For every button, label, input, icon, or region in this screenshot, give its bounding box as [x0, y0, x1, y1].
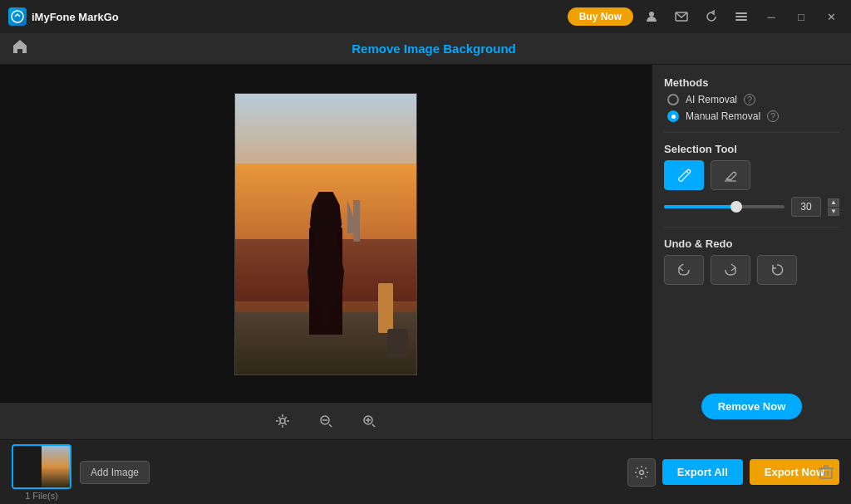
export-all-button[interactable]: Export All [662, 459, 743, 485]
canvas-area [0, 65, 652, 439]
account-icon-button[interactable] [640, 5, 663, 28]
brush-size-row: 30 ▲ ▼ [664, 197, 839, 217]
svg-line-9 [329, 424, 332, 427]
remove-now-button[interactable]: Remove Now [701, 394, 803, 419]
svg-point-0 [12, 11, 23, 22]
undo-redo-section: Undo & Redo [664, 237, 839, 285]
undo-redo-title: Undo & Redo [664, 237, 839, 250]
image-thumbnail[interactable] [12, 444, 71, 489]
brush-size-down[interactable]: ▼ [828, 208, 839, 216]
svg-point-1 [649, 12, 654, 17]
brush-size-spinner: ▲ ▼ [828, 198, 839, 216]
divider-2 [664, 227, 839, 228]
main-content: Methods AI Removal ? Manual Removal ? Se… [0, 65, 851, 439]
methods-section: Methods AI Removal ? Manual Removal ? [664, 76, 839, 122]
brush-size-slider[interactable] [664, 205, 785, 208]
undo-redo-buttons [664, 255, 839, 285]
settings-button[interactable] [627, 458, 656, 487]
ai-removal-help-icon[interactable]: ? [744, 94, 755, 105]
slider-thumb[interactable] [730, 201, 742, 213]
app-title: iMyFone MarkGo [32, 11, 119, 23]
canvas-viewport[interactable] [0, 65, 652, 403]
zoom-in-button[interactable] [356, 408, 382, 434]
canvas-image [235, 94, 416, 374]
brush-tool-button[interactable] [664, 160, 704, 190]
titlebar: iMyFone MarkGo Buy Now ─ □ ✕ [0, 0, 851, 33]
close-button[interactable]: ✕ [819, 5, 843, 28]
ai-removal-radio[interactable] [667, 94, 679, 105]
menu-icon-button[interactable] [730, 5, 753, 28]
brush-size-value[interactable]: 30 [791, 197, 821, 217]
file-count-label: 1 File(s) [25, 491, 58, 501]
undo-button[interactable] [664, 255, 704, 285]
selection-tool-section: Selection Tool 30 ▲ ▼ [664, 143, 839, 217]
redo-button[interactable] [711, 255, 750, 285]
ai-removal-label: AI Removal [686, 94, 737, 105]
selection-tool-title: Selection Tool [664, 143, 839, 155]
divider-1 [664, 132, 839, 133]
eraser-tool-button[interactable] [711, 160, 750, 190]
manual-removal-option[interactable]: Manual Removal ? [667, 110, 839, 122]
minimize-button[interactable]: ─ [760, 5, 783, 28]
canvas-image-container[interactable] [234, 93, 417, 375]
svg-rect-4 [735, 16, 747, 17]
subheader: Remove Image Background [0, 33, 851, 65]
trash-container [813, 439, 839, 504]
logo-icon [8, 7, 27, 26]
manual-removal-help-icon[interactable]: ? [767, 110, 779, 122]
manual-removal-radio[interactable] [667, 110, 679, 122]
bottom-right-actions: Export All Export Now [627, 458, 839, 487]
right-panel: Methods AI Removal ? Manual Removal ? Se… [652, 65, 851, 439]
zoom-out-button[interactable] [312, 408, 339, 434]
thumbnail-right [42, 446, 70, 487]
brush-size-up[interactable]: ▲ [828, 198, 839, 207]
add-image-button[interactable]: Add Image [80, 461, 150, 484]
slider-fill [664, 205, 736, 208]
svg-line-13 [372, 424, 375, 427]
thumbnail-wrapper: 1 File(s) [12, 444, 71, 501]
methods-radio-group: AI Removal ? Manual Removal ? [667, 94, 839, 122]
delete-files-button[interactable] [813, 458, 839, 485]
canvas-controls [0, 403, 652, 439]
svg-rect-5 [735, 19, 747, 21]
svg-point-16 [639, 470, 643, 474]
svg-rect-21 [820, 468, 832, 478]
selection-tools-row [664, 160, 839, 190]
bottom-bar: 1 File(s) Add Image Export All Export No… [0, 439, 851, 504]
refresh-icon-button[interactable] [700, 5, 723, 28]
svg-point-6 [280, 418, 285, 423]
pan-tool-button[interactable] [269, 408, 296, 434]
thumbnail-left [13, 446, 42, 487]
ai-removal-option[interactable]: AI Removal ? [667, 94, 839, 105]
email-icon-button[interactable] [670, 5, 693, 28]
home-icon[interactable] [12, 38, 28, 59]
manual-removal-label: Manual Removal [686, 110, 760, 122]
page-title: Remove Image Background [28, 42, 839, 56]
maximize-button[interactable]: □ [790, 5, 813, 28]
buy-now-button[interactable]: Buy Now [568, 7, 633, 26]
reset-button[interactable] [757, 255, 797, 285]
svg-rect-3 [735, 12, 747, 14]
thumbnail-image [13, 446, 70, 487]
methods-title: Methods [664, 76, 839, 89]
app-logo: iMyFone MarkGo [8, 7, 119, 26]
remove-now-container: Remove Now [664, 295, 839, 428]
titlebar-actions: Buy Now ─ □ ✕ [568, 5, 843, 28]
